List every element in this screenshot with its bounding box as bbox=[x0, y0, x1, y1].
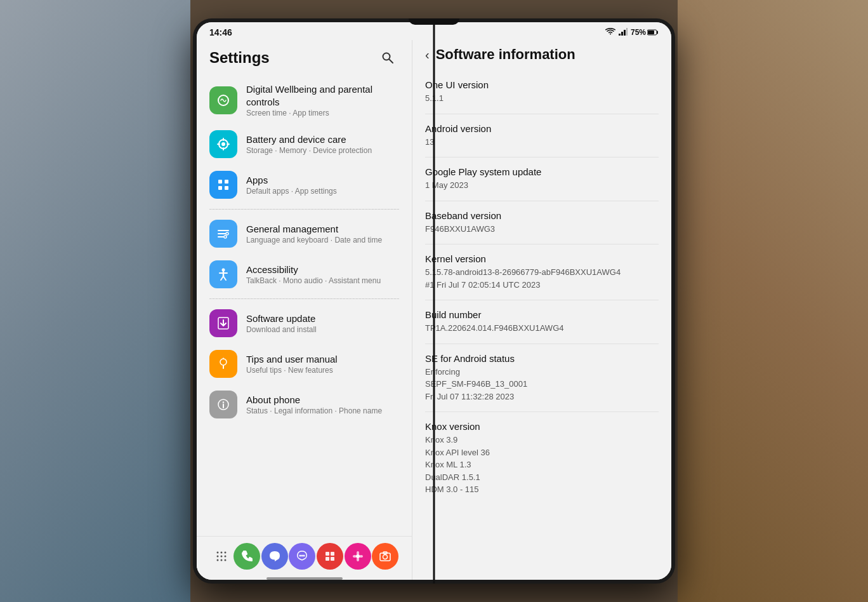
general-text: General management Language and keyboard… bbox=[246, 223, 399, 245]
se-android-label: SE for Android status bbox=[425, 353, 659, 364]
svg-point-46 bbox=[299, 555, 301, 557]
app-blossom-button[interactable] bbox=[345, 543, 371, 570]
svg-point-10 bbox=[221, 142, 225, 146]
kernel-label: Kernel version bbox=[425, 253, 659, 264]
signal-icon bbox=[619, 28, 628, 37]
apps-grid-button[interactable] bbox=[210, 545, 233, 568]
kernel-value: 5.15.78-android13-8-26966779-abF946BXXU1… bbox=[425, 266, 659, 291]
svg-point-42 bbox=[224, 556, 226, 558]
app-viber-button[interactable] bbox=[289, 543, 315, 570]
svg-point-47 bbox=[301, 555, 303, 557]
app-frm-button[interactable] bbox=[317, 543, 343, 570]
baseband-label: Baseband version bbox=[425, 210, 659, 221]
settings-item-accessibility[interactable]: Accessibility TalkBack · Mono audio · As… bbox=[203, 254, 405, 295]
about-subtitle: Status · Legal information · Phone name bbox=[246, 406, 399, 415]
digital-wellbeing-subtitle: Screen time · App timers bbox=[246, 109, 399, 117]
tips-text: Tips and user manual Useful tips · New f… bbox=[246, 353, 399, 375]
settings-item-tips[interactable]: Tips and user manual Useful tips · New f… bbox=[203, 344, 405, 384]
digital-wellbeing-icon bbox=[209, 86, 237, 114]
general-icon bbox=[209, 220, 237, 248]
settings-item-about[interactable]: About phone Status · Legal information ·… bbox=[203, 384, 405, 425]
tips-title: Tips and user manual bbox=[246, 353, 399, 366]
tips-icon bbox=[209, 350, 237, 378]
svg-line-7 bbox=[389, 59, 393, 63]
settings-item-battery[interactable]: Battery and device care Storage · Memory… bbox=[203, 124, 405, 164]
software-update-text: Software update Download and install bbox=[246, 312, 399, 335]
software-update-subtitle: Download and install bbox=[246, 325, 399, 334]
svg-rect-16 bbox=[225, 180, 228, 184]
accessibility-title: Accessibility bbox=[246, 264, 399, 276]
knox-value: Knox 3.9 Knox API level 36 Knox ML 1.3 D… bbox=[425, 434, 659, 496]
app-phone-button[interactable] bbox=[233, 543, 260, 570]
phone-device: 14:46 bbox=[193, 18, 675, 584]
svg-point-37 bbox=[216, 552, 218, 554]
svg-line-28 bbox=[223, 276, 226, 280]
svg-rect-15 bbox=[218, 180, 222, 184]
status-time: 14:46 bbox=[209, 27, 232, 37]
svg-point-48 bbox=[303, 555, 305, 557]
settings-item-general[interactable]: General management Language and keyboard… bbox=[203, 213, 405, 254]
se-android-value: Enforcing SEPF_SM-F946B_13_0001 Fri Jul … bbox=[425, 366, 659, 403]
svg-point-56 bbox=[353, 555, 357, 558]
battery-text: 75% bbox=[631, 28, 646, 37]
svg-point-59 bbox=[383, 555, 388, 559]
svg-point-55 bbox=[357, 558, 359, 561]
svg-point-57 bbox=[359, 555, 363, 558]
software-content: One UI version 5.1.1 Android version 13 … bbox=[412, 70, 671, 580]
build-label: Build number bbox=[425, 309, 659, 320]
software-update-icon bbox=[209, 309, 237, 337]
back-button[interactable]: ‹ bbox=[425, 48, 430, 62]
about-title: About phone bbox=[246, 394, 399, 406]
software-title: Software information bbox=[436, 46, 575, 63]
app-camera-button[interactable] bbox=[372, 543, 398, 570]
baseband-value: F946BXXU1AWG3 bbox=[425, 223, 659, 236]
settings-item-software-update[interactable]: Software update Download and install bbox=[203, 303, 405, 344]
settings-panel: Settings bbox=[197, 40, 412, 580]
general-subtitle: Language and keyboard · Date and time bbox=[246, 236, 399, 244]
software-update-title: Software update bbox=[246, 312, 399, 325]
divider-1 bbox=[209, 209, 399, 210]
android-value: 13 bbox=[425, 136, 659, 149]
settings-item-apps[interactable]: Apps Default apps · App settings bbox=[203, 164, 405, 205]
svg-rect-17 bbox=[218, 186, 222, 190]
svg-rect-2 bbox=[624, 30, 626, 36]
svg-point-31 bbox=[220, 359, 227, 365]
svg-rect-51 bbox=[326, 557, 329, 561]
svg-point-45 bbox=[224, 559, 226, 561]
settings-item-digital-wellbeing[interactable]: Digital Wellbeing and parental controls … bbox=[203, 77, 405, 124]
status-icons: 75% bbox=[605, 28, 659, 37]
svg-point-40 bbox=[216, 556, 218, 558]
battery-settings-icon bbox=[209, 130, 237, 158]
apps-title: Apps bbox=[246, 174, 399, 187]
svg-point-22 bbox=[226, 232, 228, 235]
bottom-nav bbox=[197, 536, 412, 575]
svg-point-23 bbox=[224, 236, 227, 238]
svg-rect-18 bbox=[225, 186, 228, 190]
battery-title: Battery and device care bbox=[246, 133, 399, 146]
info-knox-version: Knox version Knox 3.9 Knox API level 36 … bbox=[425, 412, 659, 505]
info-build-number: Build number TP1A.220624.014.F946BXXU1AW… bbox=[425, 300, 659, 344]
svg-rect-49 bbox=[326, 552, 329, 556]
svg-point-43 bbox=[216, 559, 218, 561]
digital-wellbeing-title: Digital Wellbeing and parental controls bbox=[246, 83, 399, 108]
phone-notch bbox=[409, 18, 459, 25]
app-messages-button[interactable] bbox=[261, 543, 288, 570]
svg-point-35 bbox=[223, 401, 224, 403]
search-button[interactable] bbox=[376, 46, 399, 69]
apps-text: Apps Default apps · App settings bbox=[246, 174, 399, 196]
google-play-label: Google Play system update bbox=[425, 166, 659, 177]
build-value: TP1A.220624.014.F946BXXU1AWG4 bbox=[425, 322, 659, 335]
info-baseband: Baseband version F946BXXU1AWG3 bbox=[425, 201, 659, 245]
svg-point-39 bbox=[224, 552, 226, 554]
home-indicator bbox=[266, 577, 343, 580]
about-icon bbox=[209, 391, 237, 418]
settings-title: Settings bbox=[209, 49, 270, 67]
svg-rect-52 bbox=[331, 557, 334, 561]
knox-label: Knox version bbox=[425, 421, 659, 432]
main-content: Settings bbox=[197, 40, 671, 580]
svg-rect-3 bbox=[626, 28, 628, 36]
info-kernel: Kernel version 5.15.78-android13-8-26966… bbox=[425, 244, 659, 300]
digital-wellbeing-text: Digital Wellbeing and parental controls … bbox=[246, 83, 399, 117]
info-google-play: Google Play system update 1 May 2023 bbox=[425, 157, 659, 201]
wifi-icon bbox=[605, 28, 615, 37]
